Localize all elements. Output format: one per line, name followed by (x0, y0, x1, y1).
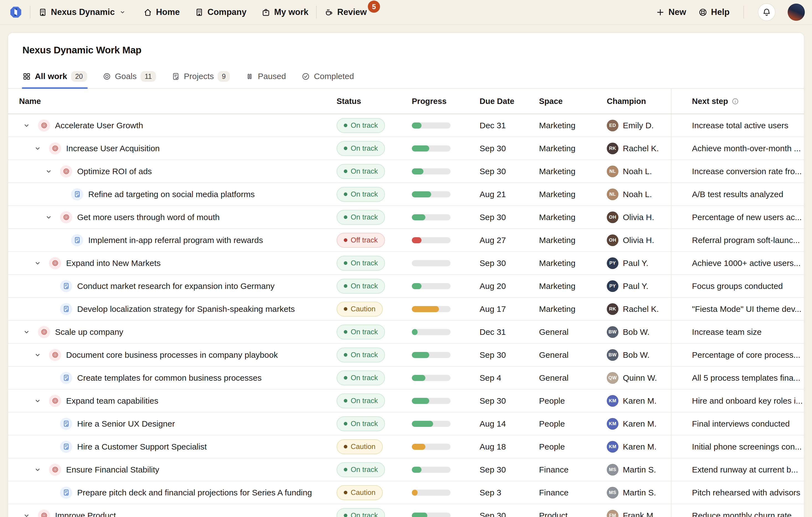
app-logo[interactable] (9, 6, 22, 19)
status-badge[interactable]: On track (337, 141, 385, 156)
row-expand-chevron[interactable] (33, 144, 49, 153)
item-name[interactable]: Increase User Acquisition (66, 144, 167, 153)
item-name[interactable]: Get more users through word of mouth (77, 213, 226, 222)
champion-name: Olivia H. (623, 213, 654, 222)
item-name[interactable]: Develop localization strategy for Spanis… (77, 304, 301, 314)
table-row[interactable]: Expand team capabilitiesOn trackSep 30Pe… (8, 390, 804, 413)
column-header-progress[interactable]: Progress (412, 97, 480, 106)
table-row[interactable]: Get more users through word of mouthOn t… (8, 206, 804, 229)
item-name[interactable]: Hire a Customer Support Specialist (77, 442, 213, 452)
champion-avatar: QW (607, 372, 618, 384)
status-badge[interactable]: On track (337, 118, 385, 133)
workspace-switcher[interactable]: Nexus Dynamic (38, 7, 126, 17)
table-row[interactable]: Ensure Financial StabilityOn trackSep 30… (8, 458, 804, 481)
space: Marketing (539, 236, 607, 245)
name-cell: Expand into New Markets (8, 257, 337, 269)
status-badge[interactable]: On track (337, 279, 385, 294)
tab-projects[interactable]: Projects9 (172, 64, 230, 88)
status-badge[interactable]: Caution (337, 302, 383, 316)
status-badge[interactable]: On track (337, 416, 385, 431)
status-badge[interactable]: On track (337, 347, 385, 362)
item-name[interactable]: Conduct market research for expansion in… (77, 281, 281, 291)
table-row[interactable]: Create templates for common business pro… (8, 367, 804, 390)
table-row[interactable]: Hire a Senior UX DesignerOn trackAug 14P… (8, 413, 804, 435)
row-expand-chevron[interactable] (22, 512, 38, 517)
column-header-space[interactable]: Space (539, 97, 607, 106)
status-badge[interactable]: On track (337, 210, 385, 225)
row-expand-chevron[interactable] (22, 328, 38, 336)
table-row[interactable]: Optimize ROI of adsOn trackSep 30Marketi… (8, 160, 804, 183)
row-expand-chevron[interactable] (33, 397, 49, 405)
progress-bar (412, 260, 451, 266)
name-cell: Get more users through word of mouth (8, 211, 337, 223)
table-row[interactable]: Document core business processes in comp… (8, 344, 804, 367)
item-name[interactable]: Implement in-app referral program with r… (88, 236, 270, 245)
table-row[interactable]: Conduct market research for expansion in… (8, 275, 804, 298)
table-row[interactable]: Refine ad targeting on social media plat… (8, 183, 804, 206)
tab-goals[interactable]: Goals11 (103, 64, 156, 88)
status-badge[interactable]: Off track (337, 233, 385, 248)
status-badge[interactable]: On track (337, 462, 385, 477)
column-header-due-date[interactable]: Due Date (480, 97, 539, 106)
status-badge[interactable]: On track (337, 370, 385, 386)
column-header-champion[interactable]: Champion (607, 97, 671, 106)
chevron-down-icon (33, 397, 42, 405)
status-badge[interactable]: On track (337, 256, 385, 271)
nav-company[interactable]: Company (195, 7, 246, 17)
row-expand-chevron[interactable] (22, 121, 38, 130)
status-badge[interactable]: On track (337, 164, 385, 179)
status-badge[interactable]: On track (337, 325, 385, 339)
table-row[interactable]: Develop localization strategy for Spanis… (8, 298, 804, 321)
item-name[interactable]: Refine ad targeting on social media plat… (88, 190, 261, 199)
pause-icon (245, 72, 254, 81)
column-header-name[interactable]: Name (8, 97, 337, 106)
row-expand-chevron[interactable] (33, 351, 49, 359)
table-row[interactable]: Hire a Customer Support SpecialistCautio… (8, 435, 804, 458)
table-row[interactable]: Expand into New MarketsOn trackSep 30Mar… (8, 252, 804, 275)
item-name[interactable]: Accelerate User Growth (55, 121, 150, 130)
table-row[interactable]: Prepare pitch deck and financial project… (8, 481, 804, 504)
status-badge[interactable]: On track (337, 393, 385, 408)
nav-review[interactable]: Review (324, 7, 367, 17)
status-badge[interactable]: On track (337, 187, 385, 202)
tab-paused[interactable]: Paused (245, 64, 286, 88)
item-name[interactable]: Create templates for common business pro… (77, 373, 268, 383)
item-name[interactable]: Improve Product (55, 511, 122, 517)
status-badge[interactable]: On track (337, 508, 385, 517)
item-name[interactable]: Scale up company (55, 327, 130, 337)
row-expand-chevron[interactable] (45, 213, 60, 221)
champion-avatar: ED (607, 120, 618, 131)
status-badge[interactable]: Caution (337, 485, 383, 500)
row-expand-chevron[interactable] (33, 465, 49, 474)
table-row[interactable]: Increase User AcquisitionOn trackSep 30M… (8, 137, 804, 160)
champion-name: Paul Y. (623, 281, 648, 291)
item-name[interactable]: Prepare pitch deck and financial project… (77, 488, 319, 497)
column-header-status[interactable]: Status (337, 97, 412, 106)
row-expand-chevron[interactable] (45, 167, 60, 176)
champion-name: Olivia H. (623, 236, 654, 245)
item-name[interactable]: Expand into New Markets (66, 258, 167, 268)
goal-icon (60, 211, 72, 223)
table-row[interactable]: Improve ProductOn trackSep 30ProductFMFr… (8, 504, 804, 517)
column-header-next-step[interactable]: Next step (671, 89, 804, 114)
nav-home[interactable]: Home (143, 7, 180, 17)
table-row[interactable]: Accelerate User GrowthOn trackDec 31Mark… (8, 114, 804, 137)
table-row[interactable]: Scale up companyOn trackDec 31GeneralBWB… (8, 321, 804, 344)
space: General (539, 373, 607, 383)
row-expand-chevron[interactable] (33, 259, 49, 267)
help-button[interactable]: Help (698, 7, 730, 17)
user-avatar[interactable] (788, 4, 805, 21)
notifications-button[interactable] (758, 3, 776, 21)
item-name[interactable]: Document core business processes in comp… (66, 350, 284, 360)
new-button[interactable]: New (656, 7, 686, 17)
tab-completed[interactable]: Completed (301, 64, 354, 88)
tab-all-work[interactable]: All work20 (22, 64, 87, 88)
table-row[interactable]: Implement in-app referral program with r… (8, 229, 804, 252)
item-name[interactable]: Optimize ROI of ads (77, 167, 158, 176)
status-badge[interactable]: Caution (337, 439, 383, 454)
progress-fill (412, 214, 425, 220)
nav-my-work[interactable]: My work (261, 7, 308, 17)
item-name[interactable]: Expand team capabilities (66, 396, 165, 405)
item-name[interactable]: Hire a Senior UX Designer (77, 419, 181, 428)
item-name[interactable]: Ensure Financial Stability (66, 465, 166, 475)
